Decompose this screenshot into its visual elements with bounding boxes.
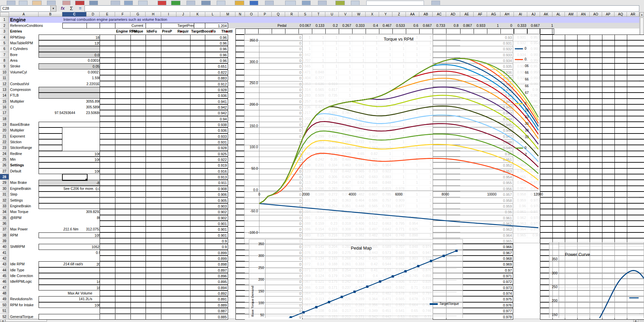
cell-A7[interactable]: Bore xyxy=(9,52,39,58)
col-header-K[interactable]: K xyxy=(190,12,205,17)
sum-icon[interactable]: Σ xyxy=(68,5,75,11)
cell-A29[interactable]: Max Brake xyxy=(9,180,39,185)
row-header-12[interactable]: 12 xyxy=(0,81,9,87)
cell-AR37[interactable]: 1 xyxy=(627,226,644,232)
row-header-16[interactable]: 16 xyxy=(0,104,9,110)
select-all-corner[interactable] xyxy=(0,12,9,17)
col-header-AP[interactable]: AP xyxy=(602,12,614,17)
col-header-AG[interactable]: AG xyxy=(487,12,500,17)
selection-handle[interactable] xyxy=(86,179,87,180)
toolbar-icon-fragment[interactable] xyxy=(235,1,244,5)
row-header-37[interactable]: 37 xyxy=(0,226,9,232)
cell-K8[interactable] xyxy=(190,58,205,63)
cell-AR16[interactable]: 1 xyxy=(627,104,644,110)
row-header-46[interactable]: 46 xyxy=(0,279,9,284)
cell-K24[interactable] xyxy=(190,151,205,157)
toolbar-icon-fragment[interactable] xyxy=(302,1,311,5)
row-header-8[interactable]: 8 xyxy=(0,58,9,63)
cell-B41[interactable]: 0.993 xyxy=(39,250,106,256)
cell-B22[interactable] xyxy=(39,139,62,145)
cell-K22[interactable] xyxy=(190,139,205,145)
cell-A10[interactable]: VolumeCyl xyxy=(9,69,39,75)
toolbar-icon-fragment[interactable] xyxy=(124,1,133,5)
formula-input[interactable] xyxy=(85,5,639,12)
cell-AR10[interactable]: 1 xyxy=(627,69,644,75)
toolbar-icon-fragment[interactable] xyxy=(318,1,327,5)
row-header-6[interactable]: 6 xyxy=(0,46,9,52)
cell-AR34[interactable]: 1 xyxy=(627,209,644,215)
col-header-M[interactable]: M xyxy=(220,12,235,17)
col-header-AC[interactable]: AC xyxy=(433,12,446,17)
col-header-AE[interactable]: AE xyxy=(460,12,474,17)
cell-A43[interactable]: Idle RPM xyxy=(9,261,39,267)
cell-K17[interactable] xyxy=(190,110,205,116)
cell-K23[interactable] xyxy=(190,145,205,151)
row-header-31[interactable]: 31 xyxy=(0,192,9,197)
row-header-32[interactable]: 32 xyxy=(0,198,9,203)
selected-cell-C28[interactable] xyxy=(62,174,88,181)
horizontal-scroll-thumb[interactable] xyxy=(5,319,47,322)
cell-A5[interactable]: MaxTableRPM xyxy=(9,40,39,46)
cell-B33[interactable]: 0 xyxy=(39,203,106,209)
cell-A32[interactable]: Settings xyxy=(9,198,39,203)
cell-A21[interactable]: Exponent xyxy=(9,133,39,139)
cell-A3[interactable]: Entries xyxy=(9,29,39,34)
cell-K13[interactable] xyxy=(190,87,205,93)
cell-B46[interactable]: 1456 xyxy=(39,279,106,284)
toolbar-icon-fragment[interactable] xyxy=(201,1,211,5)
col-header-U[interactable]: U xyxy=(325,12,339,17)
toolbar-icon-fragment[interactable] xyxy=(111,1,120,5)
toolbar-icon-fragment[interactable] xyxy=(285,1,296,5)
cell-K44[interactable] xyxy=(190,267,205,273)
name-box-dropdown-icon[interactable]: ▼ xyxy=(50,5,56,12)
row-header-40[interactable]: 40 xyxy=(0,244,9,250)
cell-B34[interactable]: 309.829363 xyxy=(39,209,106,215)
cell-K16[interactable] xyxy=(190,104,205,110)
toolbar-icon-fragment[interactable] xyxy=(19,1,28,5)
cell-B5[interactable]: 12000 xyxy=(39,40,106,46)
row-header-11[interactable]: 11 xyxy=(0,75,9,81)
cell-B15[interactable]: 3055.89001 xyxy=(39,99,106,104)
col-header-A[interactable]: A xyxy=(9,12,39,17)
col-header-V[interactable]: V xyxy=(339,12,352,17)
col-header-F[interactable]: F xyxy=(115,12,130,17)
toolbar-icon-fragment[interactable] xyxy=(47,1,56,5)
cell-K9[interactable] xyxy=(190,63,205,69)
row-header-35[interactable]: 35 xyxy=(0,215,9,221)
cell-B24[interactable]: 10600 xyxy=(39,151,106,157)
col-header-X[interactable]: X xyxy=(366,12,379,17)
row-header-30[interactable]: 30 xyxy=(0,186,9,192)
cell-AR22[interactable]: 1 xyxy=(627,139,644,145)
row-header-27[interactable]: 27 xyxy=(0,168,9,174)
cell-B32[interactable]: 1 xyxy=(39,198,106,203)
cell-K32[interactable] xyxy=(190,198,205,203)
cell-AR24[interactable]: 1 xyxy=(627,151,644,157)
cell-K46[interactable] xyxy=(190,279,205,284)
cell-K42[interactable] xyxy=(190,256,205,261)
toolbar-icon-fragment[interactable] xyxy=(32,1,42,5)
toolbar-icon-fragment[interactable] xyxy=(75,1,85,5)
cell-K10[interactable] xyxy=(190,69,205,75)
row-header-17[interactable]: 17 xyxy=(0,110,9,116)
cell-K52[interactable] xyxy=(190,314,205,320)
cell-K48[interactable] xyxy=(190,290,205,296)
cell-AR17[interactable]: 1 xyxy=(627,110,644,116)
row-header-43[interactable]: 43 xyxy=(0,261,9,267)
toolbar-icon-fragment[interactable] xyxy=(265,1,274,5)
cell-B7[interactable]: 0.08m xyxy=(39,52,106,58)
cell-A27[interactable]: Default xyxy=(9,168,39,174)
cell-AR35[interactable]: 1 xyxy=(627,215,644,221)
row-header-28[interactable]: 28 xyxy=(0,174,9,180)
col-header-O[interactable]: O xyxy=(245,12,258,17)
cell-AR12[interactable]: 1 xyxy=(627,81,644,87)
col-header-T[interactable]: T xyxy=(312,12,325,17)
cell-AR27[interactable]: 1 xyxy=(627,168,644,174)
cell-A35[interactable]: @RPM xyxy=(9,215,39,221)
cell-B6[interactable]: 6 xyxy=(39,46,106,52)
toolbar-icon-fragment[interactable] xyxy=(158,1,166,5)
cell-K4[interactable] xyxy=(190,35,205,40)
cell-AR7[interactable]: 1 xyxy=(627,52,644,58)
scroll-up-icon[interactable]: ▲ xyxy=(640,12,644,17)
cell-A34[interactable]: Max Torque xyxy=(9,209,39,215)
cell-AR19[interactable]: 1 xyxy=(627,122,644,127)
